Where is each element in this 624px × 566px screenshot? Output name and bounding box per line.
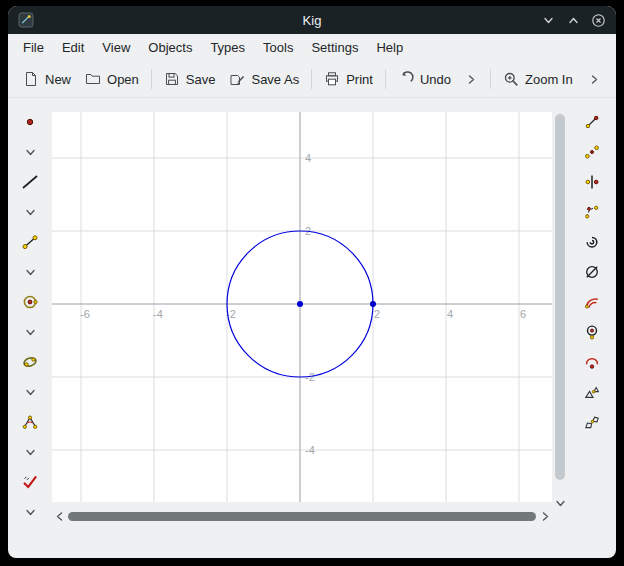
test-tool-menu-chevron[interactable] [20,504,40,520]
arc-tool-button[interactable] [582,294,602,310]
point-reflect-tool-button[interactable] [582,144,602,160]
chevron-right-icon [465,73,478,86]
vertical-scroll-track[interactable] [555,112,565,494]
point-object[interactable] [297,301,303,307]
angle-tool-button[interactable] [20,414,40,430]
conic-arc-tool-button[interactable] [582,354,602,370]
menu-item-help[interactable]: Help [367,36,412,59]
line-tool-menu-chevron[interactable] [20,204,40,220]
conic-tool-button[interactable] [20,354,40,370]
toolbar-button-label: Open [107,72,139,87]
point-object[interactable] [370,301,376,307]
menu-item-edit[interactable]: Edit [53,36,93,59]
project-quad-icon [584,414,600,430]
main-area: -6-4-224642-2-4 [8,98,616,558]
menu-item-types[interactable]: Types [201,36,254,59]
toolbar-button-label: Print [346,72,373,87]
inversion-tool-button[interactable] [582,264,602,280]
scale-triangle-icon [584,384,600,400]
menu-item-objects[interactable]: Objects [139,36,201,59]
menu-item-settings[interactable]: Settings [302,36,367,59]
maximize-button[interactable] [565,12,581,28]
save-as-icon [229,71,245,87]
arcs-icon [584,294,600,310]
scroll-right-button[interactable] [538,509,552,523]
scale-tool-button[interactable] [582,384,602,400]
toolbar-separator [490,69,491,89]
menu-item-file[interactable]: File [14,36,53,59]
point-tool-button[interactable] [20,114,40,130]
desktop: Kig FileEditViewObjectsTypesToolsSetting… [0,0,624,566]
save-as-button[interactable]: Save As [222,67,306,91]
vertical-scrollbar [552,98,568,558]
print-button[interactable]: Print [317,67,380,91]
toolbar-button-label: Zoom In [525,72,573,87]
close-circle-icon [591,13,606,28]
line-icon [22,174,38,190]
line-reflect-tool-button[interactable] [582,174,602,190]
axis-tick-label: -4 [305,444,315,456]
zoom-in-button[interactable]: Zoom In [496,67,580,91]
plot-svg: -6-4-224642-2-4 [52,112,552,502]
save-icon [164,71,180,87]
toolbar-button-label: Undo [420,72,451,87]
axis-tick-label: 2 [374,308,380,320]
new-button[interactable]: New [16,67,78,91]
menu-item-tools[interactable]: Tools [254,36,302,59]
geometry-canvas[interactable]: -6-4-224642-2-4 [52,112,552,502]
horizontal-scroll-track[interactable] [66,512,538,521]
circle-tool-menu-chevron[interactable] [20,324,40,340]
chevron-down-light-icon [542,14,555,27]
angle-tool-icon [22,414,38,430]
reflect-line-icon [584,174,600,190]
zoom-in-icon [503,71,519,87]
window-controls [540,12,606,28]
scroll-left-button[interactable] [52,509,66,523]
axis-tick-label: 6 [520,308,526,320]
titlebar[interactable]: Kig [8,6,616,34]
horizontal-scroll-thumb[interactable] [68,512,536,521]
toolbar-button-label: Save As [251,72,299,87]
vertical-scroll-thumb[interactable] [555,114,565,480]
translate-tool-button[interactable] [582,114,602,130]
chevron-up-light-icon [567,14,580,27]
open-folder-icon [85,71,101,87]
toolbar-button-label: Save [186,72,216,87]
projective-tool-button[interactable] [582,414,602,430]
undo-menu-chevron[interactable] [458,69,485,90]
spiral-tool-button[interactable] [582,234,602,250]
chevron-down-icon [24,446,37,459]
status-area [52,524,552,558]
save-button[interactable]: Save [157,67,223,91]
segment-tool-button[interactable] [20,234,40,250]
spiral-icon [584,234,600,250]
kig-window: Kig FileEditViewObjectsTypesToolsSetting… [8,6,616,558]
test-tool-button[interactable] [20,474,40,490]
menu-item-view[interactable]: View [93,36,139,59]
rotate-tool-button[interactable] [582,204,602,220]
segment-tool-menu-chevron[interactable] [20,264,40,280]
circle-point-tool-button[interactable] [582,324,602,340]
close-button[interactable] [590,12,606,28]
toolbar: NewOpenSaveSave AsPrintUndoZoom In [8,61,616,98]
toolbar-overflow-button[interactable] [581,69,608,90]
circle-tool-icon [22,294,38,310]
horizontal-scrollbar [52,508,552,524]
axis-tick-label: 4 [447,308,453,320]
point-icon [22,114,38,130]
left-toolbar [8,98,52,558]
conic-tool-icon [22,354,38,370]
circle-tool-button[interactable] [20,294,40,310]
conic-tool-menu-chevron[interactable] [20,384,40,400]
scroll-down-button[interactable] [553,496,567,510]
toolbar-separator [311,69,312,89]
menubar: FileEditViewObjectsTypesToolsSettingsHel… [8,34,616,61]
line-tool-button[interactable] [20,174,40,190]
minimize-button[interactable] [540,12,556,28]
angle-tool-menu-chevron[interactable] [20,444,40,460]
open-button[interactable]: Open [78,67,146,91]
undo-button[interactable]: Undo [391,67,458,91]
chevron-down-icon [24,146,37,159]
window-title: Kig [8,13,616,28]
point-tool-menu-chevron[interactable] [20,144,40,160]
